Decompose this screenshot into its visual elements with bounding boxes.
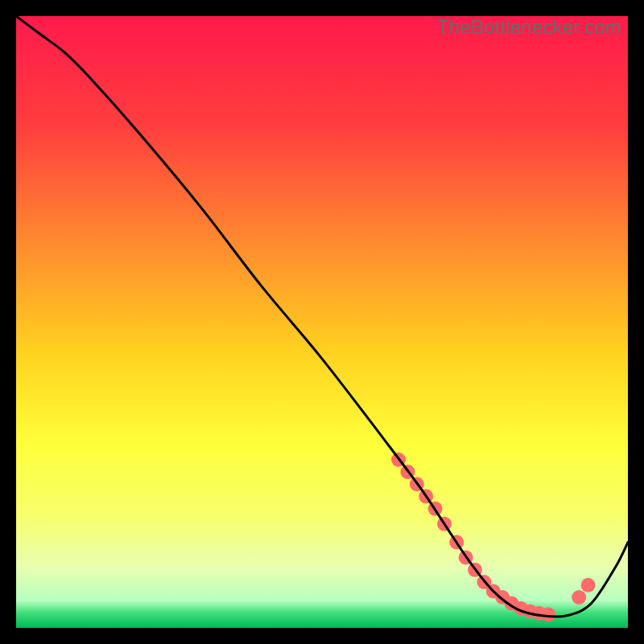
data-marker (541, 607, 555, 621)
watermark-text: TheBottlenecker.com (437, 16, 621, 39)
chart-svg (16, 16, 628, 628)
gradient-background (16, 16, 628, 628)
data-marker (572, 590, 586, 605)
chart-frame: TheBottlenecker.com (16, 16, 628, 628)
data-marker (581, 578, 596, 592)
